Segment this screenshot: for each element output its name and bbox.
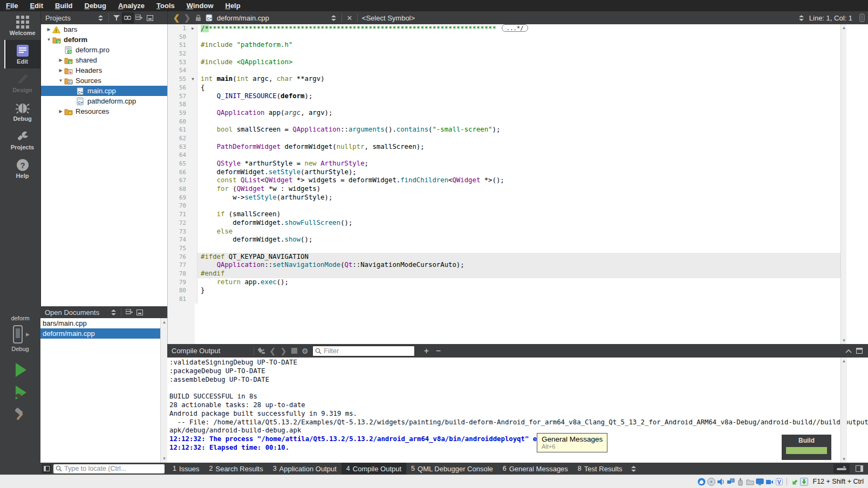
output-scrollbar[interactable]: ▲ ▼ — [840, 358, 847, 463]
build-button[interactable] — [0, 407, 40, 422]
pane-button-search-results[interactable]: 2Search Results — [204, 463, 268, 475]
vm-shared-folders-icon[interactable] — [746, 478, 754, 486]
output-filter-input[interactable]: Filter — [312, 346, 415, 356]
expander-icon[interactable]: ▼ — [57, 78, 64, 83]
compile-output-content[interactable]: :validateSigningDebug UP-TO-DATE:package… — [167, 358, 868, 464]
zoom-out-output-icon[interactable]: − — [432, 346, 444, 356]
tooltip-title: General Messages — [542, 435, 603, 443]
menu-build[interactable]: Build — [49, 0, 79, 11]
tree-item-headers[interactable]: ▶ h Headers — [41, 65, 168, 75]
run-button[interactable] — [0, 362, 40, 378]
tree-item-resources[interactable]: ▶ Resources — [41, 106, 168, 116]
build-progress-details-icon[interactable] — [833, 464, 850, 473]
locator-input[interactable]: Type to locate (Ctrl... — [53, 464, 165, 473]
expander-icon[interactable]: ▶ — [57, 68, 64, 73]
vm-display-icon[interactable] — [756, 478, 764, 486]
pane-button-issues[interactable]: 1Issues — [168, 463, 204, 475]
vm-hard-disk-icon[interactable] — [698, 478, 706, 486]
lock-icon — [193, 13, 203, 23]
mode-projects[interactable]: Projects — [4, 126, 40, 154]
opendocs-split-icon[interactable] — [124, 307, 134, 317]
vm-mouse-integration-icon[interactable] — [790, 478, 798, 486]
sync-with-editor-icon[interactable] — [122, 12, 134, 23]
previous-item-icon[interactable]: ❮ — [267, 346, 278, 356]
line-number: 54 — [168, 66, 189, 75]
vm-network-icon[interactable] — [727, 478, 735, 486]
close-document-icon[interactable]: ✕ — [344, 13, 355, 23]
tree-item-deform-pro[interactable]: Qt deform.pro — [41, 45, 168, 55]
tree-item-main-cpp[interactable]: C+ main.cpp — [41, 86, 168, 96]
scroll-up-icon[interactable]: ▲ — [841, 358, 847, 363]
toggle-right-sidebar-icon[interactable] — [854, 464, 865, 473]
tree-item-bars[interactable]: ▶ ! bars — [41, 24, 168, 35]
expander-icon[interactable]: ▼ — [45, 37, 52, 42]
menu-help[interactable]: Help — [220, 0, 247, 11]
menu-analyze[interactable]: Analyze — [112, 0, 151, 11]
settings-gear-icon[interactable]: ⚙ — [299, 346, 310, 356]
vm-recording-icon[interactable] — [766, 478, 774, 486]
toolbar-options-icon[interactable] — [857, 13, 867, 23]
forward-icon[interactable]: ❯ — [182, 13, 193, 23]
panes-updown-icon[interactable] — [628, 464, 639, 473]
mode-help[interactable]: ? Help — [4, 154, 40, 183]
close-panel-icon[interactable] — [145, 13, 155, 23]
linecol-updown-icon[interactable] — [796, 13, 807, 23]
expander-icon[interactable]: ▶ — [57, 58, 64, 63]
vm-usb-icon[interactable] — [736, 478, 744, 486]
pane-button-application-output[interactable]: 3Application Output — [268, 463, 341, 475]
scroll-down-icon[interactable]: ▼ — [841, 457, 847, 462]
maximize-pane-icon[interactable] — [854, 346, 865, 356]
menu-window[interactable]: Window — [181, 0, 220, 11]
menu-edit[interactable]: Edit — [24, 0, 49, 11]
opendocs-updown-icon[interactable] — [108, 307, 119, 317]
fold-marker-icon[interactable]: ▶ — [189, 24, 197, 33]
vm-optical-drive-icon[interactable] — [707, 478, 715, 486]
pane-button-general-messages[interactable]: 6General Messages — [498, 463, 573, 475]
symbol-selector[interactable]: <Select Symbol> — [362, 14, 415, 22]
svg-text:V: V — [777, 479, 781, 485]
back-icon[interactable]: ❮ — [171, 13, 182, 23]
zoom-in-output-icon[interactable]: + — [420, 346, 432, 356]
pane-button-compile-output[interactable]: 4Compile Output — [341, 463, 406, 475]
next-item-icon[interactable]: ❯ — [278, 346, 289, 356]
open-document-deform-main-cpp[interactable]: deform/main.cpp — [40, 328, 161, 339]
code-editor[interactable]: 1 ▶ /***********************************… — [167, 24, 841, 344]
panel-select-updown-icon[interactable] — [95, 13, 106, 23]
fold-marker-icon[interactable]: ▼ — [189, 75, 197, 84]
clear-output-icon[interactable] — [256, 346, 267, 356]
mode-edit[interactable]: Edit — [4, 40, 40, 68]
minimize-pane-icon[interactable] — [843, 346, 854, 356]
mode-debug[interactable]: Debug — [4, 97, 40, 126]
line-number: 67 — [168, 176, 189, 185]
expander-icon[interactable]: ▶ — [45, 27, 52, 32]
split-panel-icon[interactable] — [134, 13, 145, 23]
stop-icon[interactable] — [289, 346, 299, 356]
tree-item-pathdeform-cpp[interactable]: C+ pathdeform.cpp — [41, 96, 168, 106]
menu-debug[interactable]: Debug — [78, 0, 112, 11]
mode-welcome[interactable]: Welcome — [4, 11, 40, 40]
collapsed-region-box[interactable]: ...*/ — [502, 24, 529, 32]
open-documents-scrollbar[interactable]: ▲ ▼ — [160, 318, 168, 463]
open-document-bars-main-cpp[interactable]: bars/main.cpp — [40, 318, 161, 328]
open-file-name[interactable]: deform/main.cpp — [217, 14, 269, 22]
expander-icon[interactable]: ▶ — [57, 109, 64, 114]
toggle-left-sidebar-icon[interactable] — [42, 464, 51, 473]
line-number: 79 — [168, 278, 189, 287]
tree-item-shared[interactable]: ▶ Qt shared — [41, 55, 168, 65]
kit-selector-button[interactable]: ▶ — [0, 325, 40, 344]
open-documents-list: bars/main.cppdeform/main.cpp — [40, 318, 167, 463]
code-line-50: 50 — [168, 33, 841, 42]
menu-file[interactable]: File — [0, 0, 24, 11]
pane-button-test-results[interactable]: 8Test Results — [573, 463, 627, 475]
opendocs-close-icon[interactable] — [134, 307, 145, 317]
vm-audio-icon[interactable] — [717, 478, 725, 486]
pane-button-qml-debugger-console[interactable]: 5QML Debugger Console — [406, 463, 498, 475]
document-dropdown-icon[interactable] — [329, 13, 339, 23]
vm-features-icon[interactable]: V — [775, 478, 783, 486]
filter-tree-icon[interactable] — [111, 13, 122, 23]
tree-item-deform[interactable]: ▼ Qt deform — [41, 35, 168, 45]
vm-keyboard-capture-icon[interactable] — [800, 478, 808, 486]
run-debug-button[interactable] — [0, 384, 40, 401]
menu-tools[interactable]: Tools — [151, 0, 181, 11]
tree-item-sources[interactable]: ▼ C+ Sources — [41, 75, 168, 86]
